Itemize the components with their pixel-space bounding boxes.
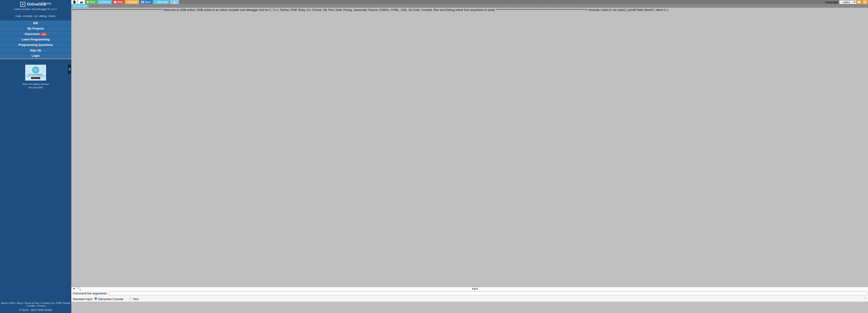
nav-divider: [0, 58, 71, 59]
cli-args-input[interactable]: [109, 291, 867, 295]
beautify-label: Beautify: [158, 0, 167, 4]
bolt-icon: [20, 2, 25, 7]
link-contact[interactable]: Contact Us: [41, 302, 54, 304]
beta-label: beta: [47, 2, 51, 5]
app-subtitle: online compiler and debugger for c/c++: [0, 8, 71, 10]
stdin-interactive-label: Interactive Console: [98, 298, 123, 301]
expand-icon: [78, 288, 81, 290]
link-about[interactable]: About: [1, 302, 8, 304]
svg-point-6: [864, 2, 865, 2]
ad-subhead: SHARE AND GET REWARDED: [26, 75, 45, 77]
share-icon: [127, 1, 129, 3]
input-panel-header: input: [71, 287, 868, 290]
link-faq[interactable]: FAQ: [10, 302, 15, 304]
link-tutorial[interactable]: GDB Tutorial: [56, 302, 70, 304]
save-label: Save: [145, 0, 151, 4]
ad-caption-1: Have fun taking surveys: [22, 83, 49, 85]
bottom-gap: [71, 302, 868, 313]
language-select[interactable]: -- select --: [839, 0, 857, 4]
ad-caption-2: and get paid!: [28, 86, 43, 89]
tagline: code. compile. run. debug. share.: [0, 12, 71, 21]
nav-programming-questions[interactable]: Programming Questions: [0, 42, 71, 48]
main-area: Run Debug Stop Share Save { } Beautify L…: [71, 0, 868, 313]
toolbar: Run Debug Stop Share Save { } Beautify L…: [71, 0, 868, 4]
upload-button[interactable]: [78, 0, 85, 4]
ad-brand: Rakuten AIP: [31, 77, 40, 79]
settings-button[interactable]: [862, 0, 868, 4]
beautify-button[interactable]: { } Beautify: [153, 0, 169, 4]
save-button[interactable]: Save: [140, 0, 152, 4]
stop-icon: [114, 1, 116, 3]
new-file-button[interactable]: [71, 0, 78, 4]
copyright: © 2016 - 2023 GDB Online: [0, 309, 71, 313]
link-privacy[interactable]: Privacy: [37, 304, 45, 307]
svg-rect-3: [142, 2, 143, 3]
run-label: Run: [90, 0, 95, 4]
debug-label: Debug: [102, 0, 110, 4]
close-panel-button[interactable]: ×: [864, 296, 866, 300]
file-icon: [73, 0, 76, 4]
ad-headline: GOT AN OPINION?: [29, 74, 43, 75]
nav-classroom[interactable]: Classroomnew: [0, 31, 71, 36]
braces-icon: { }: [155, 1, 157, 3]
footer-links: About • FAQ • Blog • Terms of Use • Cont…: [0, 300, 71, 309]
app-title: OnlineGDB: [27, 2, 46, 6]
language-label: Language: [824, 0, 839, 4]
ad-image: GOT AN OPINION? SHARE AND GET REWARDED R…: [25, 65, 46, 81]
nav-login[interactable]: Login: [0, 53, 71, 58]
ad-area[interactable]: GOT AN OPINION? SHARE AND GET REWARDED R…: [0, 65, 71, 89]
panel-title: input: [82, 287, 868, 290]
info-button[interactable]: i: [857, 0, 862, 4]
link-terms[interactable]: Terms of Use: [24, 302, 39, 304]
nav-my-projects[interactable]: My Projects: [0, 26, 71, 31]
info-icon: i: [858, 1, 860, 3]
input-panel: Command line arguments: Standard Input: …: [71, 290, 868, 302]
tab-source-code[interactable]: source code: [71, 4, 89, 8]
nav-sign-up[interactable]: Sign Up: [0, 48, 71, 53]
stop-button[interactable]: Stop: [113, 0, 124, 4]
code-editor[interactable]: /***************************************…: [71, 8, 868, 287]
nav-learn-programming[interactable]: Learn Programming: [0, 36, 71, 42]
gear-icon: [864, 1, 866, 3]
new-badge: new: [41, 33, 47, 36]
collapse-panel-button[interactable]: [71, 288, 77, 290]
nav: IDE My Projects Classroomnew Learn Progr…: [0, 21, 71, 58]
nav-classroom-label: Classroom: [25, 32, 40, 36]
stdin-interactive-radio[interactable]: [94, 297, 97, 300]
download-icon: [173, 1, 176, 3]
collapse-sidebar-button[interactable]: [68, 64, 71, 74]
chevron-down-icon: [73, 288, 75, 290]
cli-args-label: Command line arguments:: [73, 292, 107, 295]
debug-button[interactable]: Debug: [97, 0, 112, 4]
ad-caption: Have fun taking surveys and get paid!: [2, 83, 69, 89]
stdin-text-label: Text: [133, 298, 138, 301]
sidebar: OnlineGDBbeta online compiler and debugg…: [0, 0, 71, 313]
chevron-left-icon: [69, 68, 71, 71]
link-blog[interactable]: Blog: [17, 302, 22, 304]
logo-area: OnlineGDBbeta online compiler and debugg…: [0, 0, 71, 12]
clock-icon: [99, 1, 101, 3]
stdin-text-radio[interactable]: [129, 297, 132, 300]
stdin-interactive-option[interactable]: Interactive Console: [94, 297, 123, 301]
expand-panel-button[interactable]: [77, 288, 82, 290]
bulb-icon: [32, 66, 39, 73]
play-icon: [87, 1, 89, 3]
stop-label: Stop: [117, 0, 123, 4]
tab-bar: source code: [71, 4, 868, 8]
share-button[interactable]: Share: [125, 0, 139, 4]
run-button[interactable]: Run: [85, 0, 97, 4]
stdin-label: Standard Input:: [73, 298, 93, 301]
download-button[interactable]: [170, 0, 179, 4]
save-icon: [141, 1, 144, 3]
nav-ide[interactable]: IDE: [0, 21, 71, 26]
stdin-text-option[interactable]: Text: [129, 297, 138, 301]
link-credits[interactable]: Credits: [27, 304, 35, 307]
svg-rect-2: [142, 1, 143, 2]
svg-rect-1: [114, 1, 116, 3]
upload-icon: [80, 1, 83, 3]
share-label: Share: [130, 0, 137, 4]
